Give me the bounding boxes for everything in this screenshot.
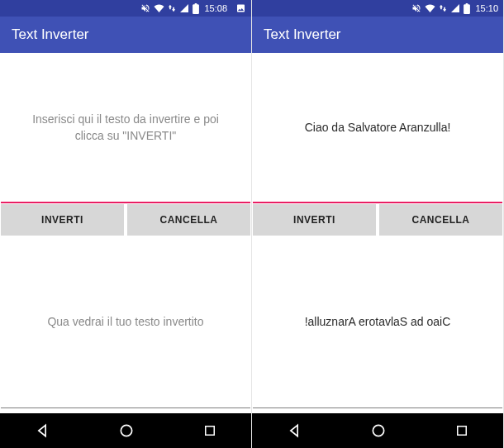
data-icon xyxy=(168,3,176,13)
svg-point-2 xyxy=(373,425,383,436)
output-text: !alluznarA erotavlaS ad oaiC xyxy=(252,236,503,407)
battery-icon xyxy=(464,3,470,14)
back-button[interactable] xyxy=(34,422,50,439)
back-button[interactable] xyxy=(286,422,302,439)
content-left: Inserisci qui il testo da invertire e po… xyxy=(0,53,251,413)
nav-bar xyxy=(252,413,503,448)
app-title: Text Inverter xyxy=(264,26,341,43)
home-button[interactable] xyxy=(370,422,387,439)
input-placeholder: Inserisci qui il testo da invertire e po… xyxy=(18,111,233,145)
input-value: Ciao da Salvatore Aranzulla! xyxy=(305,119,451,136)
signal-icon xyxy=(179,3,189,13)
app-bar: Text Inverter xyxy=(252,17,503,53)
svg-rect-1 xyxy=(206,427,215,436)
input-textarea[interactable]: Ciao da Salvatore Aranzulla! xyxy=(252,53,503,202)
output-text: Qua vedrai il tuo testo invertito xyxy=(0,236,251,407)
clear-button[interactable]: CANCELLA xyxy=(379,204,502,236)
status-time: 15:08 xyxy=(204,3,227,13)
clear-button[interactable]: CANCELLA xyxy=(127,204,250,236)
output-value: !alluznarA erotavlaS ad oaiC xyxy=(305,315,451,328)
output-divider xyxy=(253,407,502,408)
nav-bar xyxy=(0,413,251,448)
phone-right: 15:10 Text Inverter Ciao da Salvatore Ar… xyxy=(252,0,504,448)
input-textarea[interactable]: Inserisci qui il testo da invertire e po… xyxy=(0,53,251,202)
wifi-icon xyxy=(154,3,164,13)
data-icon xyxy=(439,3,447,13)
picture-icon xyxy=(235,3,246,13)
app-title: Text Inverter xyxy=(12,26,89,43)
output-placeholder: Qua vedrai il tuo testo invertito xyxy=(47,315,203,328)
status-time: 15:10 xyxy=(475,3,498,13)
output-divider xyxy=(1,407,250,408)
home-button[interactable] xyxy=(118,422,135,439)
status-bar: 15:08 xyxy=(0,0,251,17)
mute-icon xyxy=(411,3,421,13)
mute-icon xyxy=(140,3,150,13)
signal-icon xyxy=(450,3,460,13)
content-right: Ciao da Salvatore Aranzulla! INVERTI CAN… xyxy=(252,53,503,413)
recent-button[interactable] xyxy=(454,423,469,438)
battery-icon xyxy=(193,3,199,14)
button-row: INVERTI CANCELLA xyxy=(252,203,503,236)
svg-point-0 xyxy=(121,425,131,436)
phone-left: 15:08 Text Inverter Inserisci qui il tes… xyxy=(0,0,252,448)
app-bar: Text Inverter xyxy=(0,17,251,53)
invert-button[interactable]: INVERTI xyxy=(253,204,376,236)
invert-button[interactable]: INVERTI xyxy=(1,204,124,236)
button-row: INVERTI CANCELLA xyxy=(0,203,251,236)
wifi-icon xyxy=(425,3,435,13)
status-bar: 15:10 xyxy=(252,0,503,17)
recent-button[interactable] xyxy=(202,423,217,438)
svg-rect-3 xyxy=(458,427,467,436)
